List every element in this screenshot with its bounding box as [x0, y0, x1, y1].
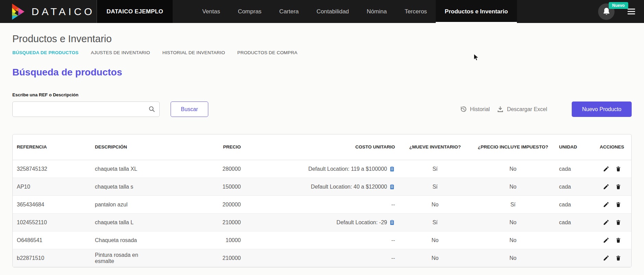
- cell-precio: 200000: [159, 196, 245, 213]
- cell-acciones: [593, 178, 631, 195]
- inventory-clipboard-icon[interactable]: [389, 219, 395, 226]
- cell-unidad: cada: [555, 214, 593, 231]
- history-icon: [460, 106, 467, 113]
- nuevo-badge: Nuevo: [609, 2, 628, 9]
- cell-costo-unitario: Default Location: 40 a $120000: [245, 178, 399, 195]
- column-header-acciones: ACCIONES: [593, 134, 631, 160]
- inventory-clipboard-icon[interactable]: [389, 183, 395, 190]
- tab-busqueda-de-productos[interactable]: BÚSQUEDA DE PRODUCTOS: [12, 50, 78, 55]
- table-row: 365434684pantalon azul200000--NoSícada: [13, 196, 631, 214]
- table-header-row: REFERENCIADESCRIPCIÓNPRECIOCOSTO UNITARI…: [13, 134, 631, 160]
- delete-trash-icon[interactable]: [615, 201, 621, 208]
- cell-referencia: b22871510: [13, 249, 91, 267]
- cell-unidad: [555, 231, 593, 249]
- table-body: 3258745132chaqueta talla XL280000Default…: [13, 160, 631, 267]
- cell-referencia: O6486541: [13, 231, 91, 249]
- cell-descripcion: chaqueta talla XL: [91, 160, 159, 178]
- nav-item-ventas[interactable]: Ventas: [193, 0, 229, 23]
- nav-item-contabilidad[interactable]: Contabilidad: [308, 0, 358, 23]
- sub-tabs: BÚSQUEDA DE PRODUCTOSAJUSTES DE INVENTAR…: [12, 50, 632, 55]
- edit-pencil-icon[interactable]: [603, 255, 609, 261]
- nav-item-cartera[interactable]: Cartera: [270, 0, 308, 23]
- column-header-referencia: REFERENCIA: [13, 134, 91, 160]
- nav-item-compras[interactable]: Compras: [229, 0, 270, 23]
- descargar-excel-link[interactable]: Descargar Excel: [497, 106, 547, 113]
- cell-precio-incluye-impuesto: No: [471, 160, 555, 178]
- tab-productos-de-compra[interactable]: PRODUCTOS DE COMPRA: [237, 50, 297, 55]
- cell-precio-incluye-impuesto: No: [471, 178, 555, 195]
- column-header-precio: PRECIO: [159, 134, 245, 160]
- cell-descripcion: Pintura rosada en esmalte: [91, 249, 159, 267]
- costo-text: --: [391, 237, 395, 243]
- section-title: Búsqueda de productos: [12, 67, 632, 78]
- search-field-label: Escribe una REF o Descripción: [12, 92, 632, 97]
- cell-precio-incluye-impuesto: No: [471, 249, 555, 267]
- cell-mueve-inventario: Sí: [399, 214, 471, 231]
- delete-trash-icon[interactable]: [615, 166, 621, 172]
- cell-referencia: AP10: [13, 178, 91, 195]
- nav-item-terceros[interactable]: Terceros: [396, 0, 436, 23]
- cell-precio: 150000: [159, 178, 245, 195]
- nav-item-nomina[interactable]: Nómina: [358, 0, 396, 23]
- cell-precio: 210000: [159, 249, 245, 267]
- column-header-precio-incluye-impuesto: ¿PRECIO INCLUYE IMPUESTO?: [471, 134, 555, 160]
- edit-pencil-icon[interactable]: [603, 183, 609, 190]
- cell-costo-unitario: --: [245, 249, 399, 267]
- cell-costo-unitario: --: [245, 196, 399, 213]
- column-header-unidad: UNIDAD: [555, 134, 593, 160]
- cell-descripcion: pantalon azul: [91, 196, 159, 213]
- cell-costo-unitario: --: [245, 231, 399, 249]
- nav-item-productos-e-inventario[interactable]: Productos e Inventario: [436, 0, 517, 23]
- edit-pencil-icon[interactable]: [603, 219, 609, 226]
- page-content: Productos e Inventario BÚSQUEDA DE PRODU…: [0, 33, 644, 267]
- cell-unidad: cada: [555, 160, 593, 178]
- company-name[interactable]: DATAICO EJEMPLO: [97, 0, 173, 23]
- table-row: b22871510Pintura rosada en esmalte210000…: [13, 249, 631, 267]
- historial-link[interactable]: Historial: [460, 106, 490, 113]
- cell-referencia: 365434684: [13, 196, 91, 213]
- hamburger-menu-icon[interactable]: [628, 9, 635, 14]
- historial-label: Historial: [470, 106, 490, 112]
- costo-text: Default Location: 119 a $100000: [308, 166, 387, 172]
- table-row: AP10chaqueta talla s150000Default Locati…: [13, 178, 631, 196]
- delete-trash-icon[interactable]: [615, 255, 621, 261]
- search-input[interactable]: [12, 101, 160, 117]
- cell-unidad: [555, 249, 593, 267]
- buscar-button[interactable]: Buscar: [171, 101, 208, 117]
- inventory-clipboard-icon[interactable]: [389, 166, 395, 172]
- delete-trash-icon[interactable]: [615, 219, 621, 226]
- edit-pencil-icon[interactable]: [603, 237, 609, 243]
- tab-ajustes-de-inventario[interactable]: AJUSTES DE INVENTARIO: [91, 50, 150, 55]
- edit-pencil-icon[interactable]: [603, 201, 609, 208]
- column-header-costo-unitario: COSTO UNITARIO: [245, 134, 399, 160]
- notifications-button[interactable]: Nuevo: [598, 3, 615, 20]
- descargar-excel-label: Descargar Excel: [507, 106, 547, 112]
- cell-acciones: [593, 249, 631, 267]
- cell-precio-incluye-impuesto: No: [471, 214, 555, 231]
- costo-text: Default Location: 40 a $120000: [311, 184, 387, 190]
- cell-mueve-inventario: No: [399, 231, 471, 249]
- costo-text: --: [391, 202, 395, 208]
- costo-text: Default Location: -29: [336, 219, 387, 226]
- page-title: Productos e Inventario: [12, 33, 632, 45]
- table-row: O6486541Chaqueta rosada10000--NoNo: [13, 231, 631, 249]
- cell-acciones: [593, 160, 631, 178]
- cell-precio-incluye-impuesto: No: [471, 231, 555, 249]
- cell-descripcion: Chaqueta rosada: [91, 231, 159, 249]
- cell-mueve-inventario: No: [399, 249, 471, 267]
- nuevo-producto-button[interactable]: Nuevo Producto: [572, 101, 632, 117]
- cell-mueve-inventario: Sí: [399, 178, 471, 195]
- edit-pencil-icon[interactable]: [603, 166, 609, 172]
- tab-historial-de-inventario[interactable]: HISTORIAL DE INVENTARIO: [162, 50, 225, 55]
- cell-mueve-inventario: No: [399, 196, 471, 213]
- products-table: REFERENCIADESCRIPCIÓNPRECIOCOSTO UNITARI…: [12, 134, 632, 267]
- cell-acciones: [593, 231, 631, 249]
- delete-trash-icon[interactable]: [615, 237, 621, 243]
- cell-unidad: cada: [555, 178, 593, 195]
- cell-unidad: cada: [555, 196, 593, 213]
- search-icon: [148, 105, 156, 114]
- brand-logo[interactable]: DATAICO: [0, 0, 97, 23]
- column-header-descripcion: DESCRIPCIÓN: [91, 134, 159, 160]
- delete-trash-icon[interactable]: [615, 183, 621, 190]
- search-row: Buscar Historial: [12, 101, 632, 117]
